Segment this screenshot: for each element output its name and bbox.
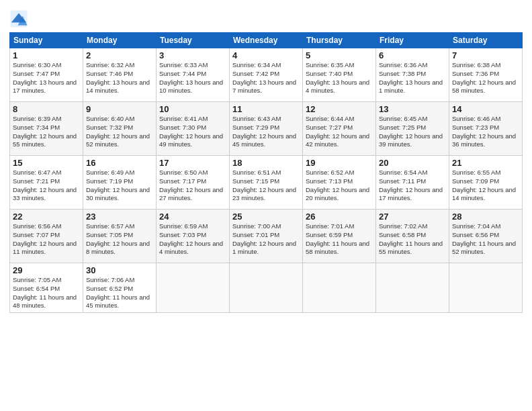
calendar-cell <box>449 263 523 313</box>
calendar-cell: 19Sunrise: 6:52 AMSunset: 7:13 PMDayligh… <box>303 156 376 210</box>
day-number: 18 <box>232 158 300 168</box>
day-number: 2 <box>86 50 153 60</box>
day-info: Sunrise: 7:02 AMSunset: 6:58 PMDaylight:… <box>379 222 446 257</box>
calendar-header-row: SundayMondayTuesdayWednesdayThursdayFrid… <box>10 33 523 48</box>
calendar-cell: 23Sunrise: 6:57 AMSunset: 7:05 PMDayligh… <box>83 210 157 263</box>
day-info: Sunrise: 6:36 AMSunset: 7:38 PMDaylight:… <box>379 61 446 95</box>
calendar-cell: 30Sunrise: 7:06 AMSunset: 6:52 PMDayligh… <box>83 263 157 313</box>
day-number: 30 <box>86 265 153 275</box>
day-number: 16 <box>86 158 153 168</box>
calendar-cell: 1Sunrise: 6:30 AMSunset: 7:47 PMDaylight… <box>10 48 83 102</box>
day-info: Sunrise: 6:34 AMSunset: 7:42 PMDaylight:… <box>232 61 300 95</box>
calendar-cell: 6Sunrise: 6:36 AMSunset: 7:38 PMDaylight… <box>376 48 449 102</box>
day-info: Sunrise: 7:06 AMSunset: 6:52 PMDaylight:… <box>86 276 153 310</box>
day-number: 3 <box>159 50 226 60</box>
day-number: 13 <box>379 104 446 114</box>
day-info: Sunrise: 6:45 AMSunset: 7:25 PMDaylight:… <box>379 115 446 149</box>
day-info: Sunrise: 6:39 AMSunset: 7:34 PMDaylight:… <box>13 115 80 149</box>
calendar-day-header: Saturday <box>449 33 523 48</box>
calendar-cell <box>376 263 449 313</box>
calendar-cell: 17Sunrise: 6:50 AMSunset: 7:17 PMDayligh… <box>157 156 230 210</box>
calendar-cell <box>303 263 376 313</box>
day-number: 4 <box>232 50 300 60</box>
day-info: Sunrise: 6:30 AMSunset: 7:47 PMDaylight:… <box>13 61 80 95</box>
day-info: Sunrise: 6:38 AMSunset: 7:36 PMDaylight:… <box>452 61 519 95</box>
day-number: 24 <box>159 212 226 222</box>
page-header <box>9 7 523 28</box>
day-info: Sunrise: 6:55 AMSunset: 7:09 PMDaylight:… <box>452 169 519 203</box>
calendar-cell: 5Sunrise: 6:35 AMSunset: 7:40 PMDaylight… <box>303 48 376 102</box>
calendar-cell: 28Sunrise: 7:04 AMSunset: 6:56 PMDayligh… <box>449 210 523 263</box>
day-number: 17 <box>159 158 226 168</box>
day-info: Sunrise: 6:57 AMSunset: 7:05 PMDaylight:… <box>86 222 153 257</box>
day-number: 23 <box>86 212 153 222</box>
day-number: 12 <box>306 104 373 114</box>
day-info: Sunrise: 6:47 AMSunset: 7:21 PMDaylight:… <box>13 169 80 203</box>
day-info: Sunrise: 6:46 AMSunset: 7:23 PMDaylight:… <box>452 115 519 149</box>
calendar-cell: 29Sunrise: 7:05 AMSunset: 6:54 PMDayligh… <box>10 263 83 313</box>
calendar-cell: 25Sunrise: 7:00 AMSunset: 7:01 PMDayligh… <box>230 210 303 263</box>
day-info: Sunrise: 6:44 AMSunset: 7:27 PMDaylight:… <box>306 115 373 149</box>
day-number: 15 <box>13 158 80 168</box>
day-info: Sunrise: 6:49 AMSunset: 7:19 PMDaylight:… <box>86 169 153 203</box>
calendar-cell: 3Sunrise: 6:33 AMSunset: 7:44 PMDaylight… <box>157 48 230 102</box>
day-info: Sunrise: 6:50 AMSunset: 7:17 PMDaylight:… <box>159 169 226 203</box>
calendar-cell: 8Sunrise: 6:39 AMSunset: 7:34 PMDaylight… <box>10 102 83 156</box>
day-number: 11 <box>232 104 300 114</box>
calendar-cell <box>230 263 303 313</box>
day-info: Sunrise: 6:35 AMSunset: 7:40 PMDaylight:… <box>306 61 373 95</box>
day-number: 29 <box>13 265 80 275</box>
day-info: Sunrise: 6:56 AMSunset: 7:07 PMDaylight:… <box>13 222 80 257</box>
calendar-cell: 2Sunrise: 6:32 AMSunset: 7:46 PMDaylight… <box>83 48 157 102</box>
day-number: 21 <box>452 158 519 168</box>
calendar-cell: 14Sunrise: 6:46 AMSunset: 7:23 PMDayligh… <box>449 102 523 156</box>
day-info: Sunrise: 7:04 AMSunset: 6:56 PMDaylight:… <box>452 222 519 257</box>
day-number: 7 <box>452 50 519 60</box>
calendar-day-header: Sunday <box>10 33 83 48</box>
day-info: Sunrise: 7:01 AMSunset: 6:59 PMDaylight:… <box>306 222 373 257</box>
calendar-cell: 7Sunrise: 6:38 AMSunset: 7:36 PMDaylight… <box>449 48 523 102</box>
day-info: Sunrise: 6:41 AMSunset: 7:30 PMDaylight:… <box>159 115 226 149</box>
calendar-cell: 24Sunrise: 6:59 AMSunset: 7:03 PMDayligh… <box>157 210 230 263</box>
day-info: Sunrise: 6:40 AMSunset: 7:32 PMDaylight:… <box>86 115 153 149</box>
calendar-cell: 13Sunrise: 6:45 AMSunset: 7:25 PMDayligh… <box>376 102 449 156</box>
calendar-table: SundayMondayTuesdayWednesdayThursdayFrid… <box>9 32 523 313</box>
day-number: 27 <box>379 212 446 222</box>
calendar-cell: 22Sunrise: 6:56 AMSunset: 7:07 PMDayligh… <box>10 210 83 263</box>
calendar-day-header: Friday <box>376 33 449 48</box>
logo <box>9 9 31 28</box>
day-number: 25 <box>232 212 300 222</box>
day-number: 9 <box>86 104 153 114</box>
day-number: 10 <box>159 104 226 114</box>
day-number: 26 <box>306 212 373 222</box>
calendar-cell: 12Sunrise: 6:44 AMSunset: 7:27 PMDayligh… <box>303 102 376 156</box>
calendar-cell: 4Sunrise: 6:34 AMSunset: 7:42 PMDaylight… <box>230 48 303 102</box>
calendar-cell: 15Sunrise: 6:47 AMSunset: 7:21 PMDayligh… <box>10 156 83 210</box>
calendar-cell: 16Sunrise: 6:49 AMSunset: 7:19 PMDayligh… <box>83 156 157 210</box>
day-number: 19 <box>306 158 373 168</box>
day-number: 6 <box>379 50 446 60</box>
day-number: 20 <box>379 158 446 168</box>
calendar-day-header: Wednesday <box>230 33 303 48</box>
day-number: 14 <box>452 104 519 114</box>
calendar-cell: 20Sunrise: 6:54 AMSunset: 7:11 PMDayligh… <box>376 156 449 210</box>
day-number: 1 <box>13 50 80 60</box>
logo-icon <box>9 9 28 28</box>
day-number: 5 <box>306 50 373 60</box>
day-info: Sunrise: 6:51 AMSunset: 7:15 PMDaylight:… <box>232 169 300 203</box>
calendar-cell: 26Sunrise: 7:01 AMSunset: 6:59 PMDayligh… <box>303 210 376 263</box>
day-info: Sunrise: 7:00 AMSunset: 7:01 PMDaylight:… <box>232 222 300 257</box>
calendar-day-header: Tuesday <box>157 33 230 48</box>
day-number: 28 <box>452 212 519 222</box>
day-info: Sunrise: 6:54 AMSunset: 7:11 PMDaylight:… <box>379 169 446 203</box>
day-info: Sunrise: 6:52 AMSunset: 7:13 PMDaylight:… <box>306 169 373 203</box>
day-number: 8 <box>13 104 80 114</box>
calendar-cell: 11Sunrise: 6:43 AMSunset: 7:29 PMDayligh… <box>230 102 303 156</box>
calendar-day-header: Thursday <box>303 33 376 48</box>
calendar-cell: 9Sunrise: 6:40 AMSunset: 7:32 PMDaylight… <box>83 102 157 156</box>
calendar-cell: 10Sunrise: 6:41 AMSunset: 7:30 PMDayligh… <box>157 102 230 156</box>
calendar-cell: 21Sunrise: 6:55 AMSunset: 7:09 PMDayligh… <box>449 156 523 210</box>
day-info: Sunrise: 6:59 AMSunset: 7:03 PMDaylight:… <box>159 222 226 257</box>
day-info: Sunrise: 6:32 AMSunset: 7:46 PMDaylight:… <box>86 61 153 95</box>
day-info: Sunrise: 6:43 AMSunset: 7:29 PMDaylight:… <box>232 115 300 149</box>
